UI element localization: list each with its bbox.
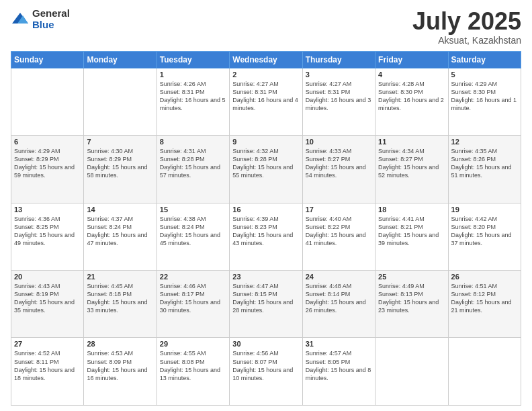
day-number: 27	[14, 340, 81, 348]
day-number: 31	[306, 340, 372, 348]
day-info: Sunrise: 4:36 AMSunset: 8:25 PMDaylight:…	[14, 215, 81, 248]
day-number: 23	[232, 273, 299, 281]
calendar-cell: 13Sunrise: 4:36 AMSunset: 8:25 PMDayligh…	[11, 203, 84, 270]
day-number: 11	[378, 138, 445, 146]
weekday-header: Monday	[84, 51, 157, 68]
day-info: Sunrise: 4:35 AMSunset: 8:26 PMDaylight:…	[451, 147, 518, 180]
day-number: 24	[306, 273, 372, 281]
day-info: Sunrise: 4:41 AMSunset: 8:21 PMDaylight:…	[378, 215, 445, 248]
day-info: Sunrise: 4:43 AMSunset: 8:19 PMDaylight:…	[14, 282, 81, 315]
weekday-header: Friday	[375, 51, 448, 68]
calendar-cell: 15Sunrise: 4:38 AMSunset: 8:24 PMDayligh…	[157, 203, 229, 270]
calendar-cell: 18Sunrise: 4:41 AMSunset: 8:21 PMDayligh…	[375, 203, 448, 270]
calendar-cell: 20Sunrise: 4:43 AMSunset: 8:19 PMDayligh…	[11, 271, 84, 338]
calendar-week-row: 1Sunrise: 4:26 AMSunset: 8:31 PMDaylight…	[11, 68, 521, 135]
day-info: Sunrise: 4:26 AMSunset: 8:31 PMDaylight:…	[160, 80, 226, 113]
calendar-cell: 30Sunrise: 4:56 AMSunset: 8:07 PMDayligh…	[230, 338, 302, 406]
weekday-header: Thursday	[302, 51, 375, 68]
day-number: 5	[451, 71, 518, 79]
calendar-cell: 12Sunrise: 4:35 AMSunset: 8:26 PMDayligh…	[448, 136, 521, 203]
day-info: Sunrise: 4:49 AMSunset: 8:13 PMDaylight:…	[378, 282, 445, 315]
title-block: July 2025 Aksuat, Kazakhstan	[412, 8, 521, 46]
weekday-header: Sunday	[11, 51, 84, 68]
day-info: Sunrise: 4:34 AMSunset: 8:27 PMDaylight:…	[378, 147, 445, 180]
calendar-cell: 24Sunrise: 4:48 AMSunset: 8:14 PMDayligh…	[302, 271, 375, 338]
day-number: 20	[14, 273, 81, 281]
calendar-cell: 5Sunrise: 4:29 AMSunset: 8:30 PMDaylight…	[448, 68, 521, 135]
subtitle: Aksuat, Kazakhstan	[412, 35, 521, 46]
day-number: 29	[160, 340, 226, 348]
day-info: Sunrise: 4:32 AMSunset: 8:28 PMDaylight:…	[232, 147, 299, 180]
calendar-week-row: 6Sunrise: 4:29 AMSunset: 8:29 PMDaylight…	[11, 136, 521, 203]
calendar-cell: 10Sunrise: 4:33 AMSunset: 8:27 PMDayligh…	[302, 136, 375, 203]
day-number: 1	[160, 71, 226, 79]
day-info: Sunrise: 4:30 AMSunset: 8:29 PMDaylight:…	[87, 147, 153, 180]
calendar-week-row: 13Sunrise: 4:36 AMSunset: 8:25 PMDayligh…	[11, 203, 521, 270]
calendar-header-row: SundayMondayTuesdayWednesdayThursdayFrid…	[11, 51, 521, 68]
day-info: Sunrise: 4:29 AMSunset: 8:29 PMDaylight:…	[14, 147, 81, 180]
calendar-cell: 29Sunrise: 4:55 AMSunset: 8:08 PMDayligh…	[157, 338, 229, 406]
day-number: 18	[378, 205, 445, 214]
logo-general: General	[32, 8, 70, 19]
day-number: 4	[378, 71, 445, 79]
calendar-cell: 3Sunrise: 4:27 AMSunset: 8:31 PMDaylight…	[302, 68, 375, 135]
day-info: Sunrise: 4:39 AMSunset: 8:23 PMDaylight:…	[232, 215, 299, 248]
calendar-cell: 8Sunrise: 4:31 AMSunset: 8:28 PMDaylight…	[157, 136, 229, 203]
day-number: 22	[160, 273, 226, 281]
logo-blue: Blue	[32, 19, 70, 31]
day-number: 8	[160, 138, 226, 146]
day-number: 10	[306, 138, 372, 146]
day-info: Sunrise: 4:29 AMSunset: 8:30 PMDaylight:…	[451, 80, 518, 113]
day-number: 3	[306, 71, 372, 79]
calendar-cell: 14Sunrise: 4:37 AMSunset: 8:24 PMDayligh…	[84, 203, 157, 270]
calendar-table: SundayMondayTuesdayWednesdayThursdayFrid…	[11, 51, 521, 406]
day-number: 17	[306, 205, 372, 214]
calendar-cell: 28Sunrise: 4:53 AMSunset: 8:09 PMDayligh…	[84, 338, 157, 406]
calendar-cell: 9Sunrise: 4:32 AMSunset: 8:28 PMDaylight…	[230, 136, 302, 203]
day-info: Sunrise: 4:37 AMSunset: 8:24 PMDaylight:…	[87, 215, 153, 248]
calendar-cell: 2Sunrise: 4:27 AMSunset: 8:31 PMDaylight…	[230, 68, 302, 135]
day-info: Sunrise: 4:28 AMSunset: 8:30 PMDaylight:…	[378, 80, 445, 113]
calendar-cell: 25Sunrise: 4:49 AMSunset: 8:13 PMDayligh…	[375, 271, 448, 338]
calendar-week-row: 20Sunrise: 4:43 AMSunset: 8:19 PMDayligh…	[11, 271, 521, 338]
day-info: Sunrise: 4:27 AMSunset: 8:31 PMDaylight:…	[306, 80, 372, 113]
calendar-cell	[375, 338, 448, 406]
calendar-week-row: 27Sunrise: 4:52 AMSunset: 8:11 PMDayligh…	[11, 338, 521, 406]
calendar-cell: 27Sunrise: 4:52 AMSunset: 8:11 PMDayligh…	[11, 338, 84, 406]
logo: General Blue	[11, 8, 70, 30]
day-info: Sunrise: 4:57 AMSunset: 8:05 PMDaylight:…	[306, 349, 372, 382]
main-title: July 2025	[412, 8, 521, 35]
day-number: 16	[232, 205, 299, 214]
calendar-cell: 17Sunrise: 4:40 AMSunset: 8:22 PMDayligh…	[302, 203, 375, 270]
day-info: Sunrise: 4:56 AMSunset: 8:07 PMDaylight:…	[232, 349, 299, 382]
day-number: 14	[87, 205, 153, 214]
day-info: Sunrise: 4:53 AMSunset: 8:09 PMDaylight:…	[87, 349, 153, 382]
day-info: Sunrise: 4:42 AMSunset: 8:20 PMDaylight:…	[451, 215, 518, 248]
day-info: Sunrise: 4:55 AMSunset: 8:08 PMDaylight:…	[160, 349, 226, 382]
day-info: Sunrise: 4:47 AMSunset: 8:15 PMDaylight:…	[232, 282, 299, 315]
calendar-cell	[11, 68, 84, 135]
calendar-cell: 31Sunrise: 4:57 AMSunset: 8:05 PMDayligh…	[302, 338, 375, 406]
calendar-cell: 4Sunrise: 4:28 AMSunset: 8:30 PMDaylight…	[375, 68, 448, 135]
day-number: 13	[14, 205, 81, 214]
logo-text: General Blue	[32, 8, 70, 30]
logo-icon	[11, 10, 30, 29]
day-number: 25	[378, 273, 445, 281]
weekday-header: Tuesday	[157, 51, 229, 68]
page: General Blue July 2025 Aksuat, Kazakhsta…	[0, 0, 532, 411]
calendar-cell: 26Sunrise: 4:51 AMSunset: 8:12 PMDayligh…	[448, 271, 521, 338]
day-info: Sunrise: 4:51 AMSunset: 8:12 PMDaylight:…	[451, 282, 518, 315]
calendar-cell: 11Sunrise: 4:34 AMSunset: 8:27 PMDayligh…	[375, 136, 448, 203]
day-info: Sunrise: 4:33 AMSunset: 8:27 PMDaylight:…	[306, 147, 372, 180]
day-info: Sunrise: 4:48 AMSunset: 8:14 PMDaylight:…	[306, 282, 372, 315]
day-info: Sunrise: 4:40 AMSunset: 8:22 PMDaylight:…	[306, 215, 372, 248]
day-info: Sunrise: 4:38 AMSunset: 8:24 PMDaylight:…	[160, 215, 226, 248]
calendar-cell: 7Sunrise: 4:30 AMSunset: 8:29 PMDaylight…	[84, 136, 157, 203]
calendar-cell	[84, 68, 157, 135]
calendar-cell	[448, 338, 521, 406]
day-number: 9	[232, 138, 299, 146]
weekday-header: Saturday	[448, 51, 521, 68]
calendar-cell: 23Sunrise: 4:47 AMSunset: 8:15 PMDayligh…	[230, 271, 302, 338]
day-info: Sunrise: 4:45 AMSunset: 8:18 PMDaylight:…	[87, 282, 153, 315]
day-number: 2	[232, 71, 299, 79]
